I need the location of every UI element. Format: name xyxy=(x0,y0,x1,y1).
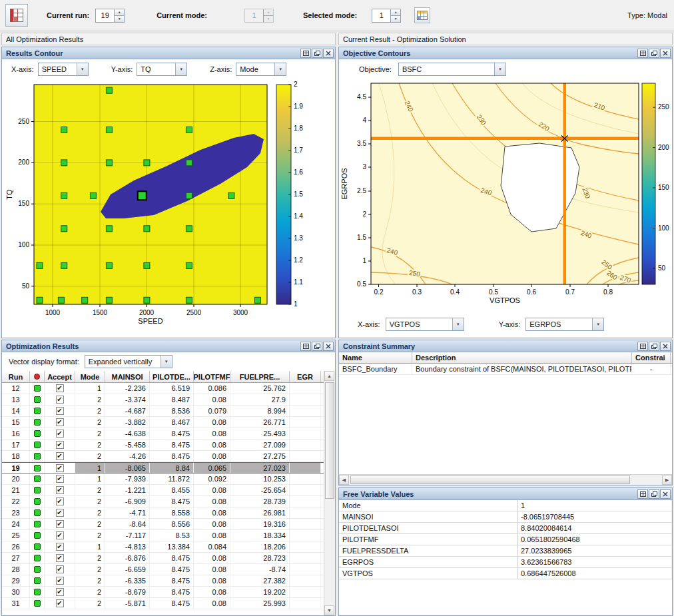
run-marker[interactable] xyxy=(186,297,192,303)
panel-undock-button[interactable] xyxy=(312,49,322,58)
panel-layout-button[interactable] xyxy=(637,49,648,58)
scroll-left-button[interactable]: ◀ xyxy=(339,475,349,485)
accept-checkbox[interactable]: ✔ xyxy=(56,531,64,539)
panel-close-button[interactable] xyxy=(323,49,334,58)
scrollbar-thumb[interactable] xyxy=(325,382,334,499)
column-header-Description[interactable]: Description xyxy=(412,352,632,363)
table-row[interactable]: 12✔1-2.2366.5190.08625.762 xyxy=(2,383,335,394)
run-marker[interactable] xyxy=(37,262,43,268)
run-marker[interactable] xyxy=(186,226,192,232)
accept-checkbox[interactable]: ✔ xyxy=(56,407,64,415)
scroll-up-button[interactable]: ▲ xyxy=(324,371,334,381)
accept-checkbox[interactable]: ✔ xyxy=(56,554,64,562)
run-marker[interactable] xyxy=(186,160,192,166)
table-row[interactable]: 16✔2-4.6388.4750.0825.493 xyxy=(2,428,335,440)
table-row[interactable]: EGRPOS3.62361566783 xyxy=(339,557,672,568)
run-marker[interactable] xyxy=(106,127,112,133)
panel-undock-button[interactable] xyxy=(649,489,659,499)
accept-checkbox[interactable]: ✔ xyxy=(56,486,64,494)
column-header-MAINSOI[interactable]: MAINSOI xyxy=(105,371,150,382)
run-marker[interactable] xyxy=(61,127,67,133)
run-marker[interactable] xyxy=(144,297,150,303)
run-marker[interactable] xyxy=(58,297,64,303)
z-axis-select[interactable]: Mode ▼ xyxy=(236,63,286,76)
run-marker[interactable] xyxy=(82,297,88,303)
run-marker[interactable] xyxy=(186,262,192,268)
table-row[interactable]: 27✔2-6.8768.4750.0828.723 xyxy=(2,553,335,564)
table-icon[interactable] xyxy=(414,7,430,23)
table-row[interactable]: 19✔1-8.0658.840.06527.023 xyxy=(2,462,335,473)
x-axis-select[interactable]: VGTPOS ▼ xyxy=(386,318,464,331)
accept-checkbox[interactable]: ✔ xyxy=(56,396,64,404)
vertical-scrollbar[interactable]: ▲ ▼ xyxy=(324,371,335,615)
panel-close-button[interactable] xyxy=(660,49,671,58)
accept-checkbox[interactable]: ✔ xyxy=(56,565,64,573)
panel-close-button[interactable] xyxy=(660,342,671,351)
table-row[interactable]: MAINSOI-8.06519708445 xyxy=(339,511,672,523)
table-row[interactable]: PILOTDELTASOI8.84020084614 xyxy=(339,523,672,534)
selected-run-marker[interactable] xyxy=(138,191,147,200)
table-row[interactable]: 20✔1-7.93911.8720.09210.253 xyxy=(2,473,335,485)
accept-checkbox[interactable]: ✔ xyxy=(56,418,64,426)
column-header-Run[interactable]: Run xyxy=(2,371,30,382)
app-icon[interactable] xyxy=(5,4,28,27)
accept-checkbox[interactable]: ✔ xyxy=(56,497,64,505)
table-row[interactable]: PILOTFMF0.0651802590468 xyxy=(339,534,672,545)
scrollbar-thumb[interactable] xyxy=(350,475,630,484)
column-header-Constrai[interactable]: Constrai xyxy=(632,352,671,363)
scroll-down-button[interactable]: ▼ xyxy=(324,605,334,615)
accept-checkbox[interactable]: ✔ xyxy=(56,577,64,585)
table-row[interactable]: 26✔1-4.81313.3840.08418.206 xyxy=(2,541,335,553)
panel-undock-button[interactable] xyxy=(649,49,659,58)
table-row[interactable]: 14✔2-4.6878.5360.0798.994 xyxy=(2,406,335,417)
run-marker[interactable] xyxy=(106,262,112,268)
panel-layout-button[interactable] xyxy=(637,489,648,499)
run-marker[interactable] xyxy=(254,297,260,303)
run-marker[interactable] xyxy=(106,297,112,303)
run-marker[interactable] xyxy=(186,192,192,198)
table-row[interactable]: BSFC_BoundaryBoundary constraint of BSFC… xyxy=(339,364,672,375)
table-row[interactable]: 15✔2-3.8828.4670.0826.771 xyxy=(2,417,335,428)
objective-contours-plot[interactable]: 2402302202102402302402502402502602700.20… xyxy=(339,79,672,314)
run-marker[interactable] xyxy=(61,192,67,198)
spin-up-icon[interactable]: ▲ xyxy=(115,9,124,15)
column-header-FUELPRE...[interactable]: FUELPRE... xyxy=(230,371,290,382)
run-marker[interactable] xyxy=(61,226,67,232)
run-marker[interactable] xyxy=(90,192,96,198)
table-row[interactable]: 28✔2-6.6598.4750.08-8.74 xyxy=(2,564,335,575)
run-marker[interactable] xyxy=(37,297,43,303)
accept-checkbox[interactable]: ✔ xyxy=(56,441,64,449)
column-header-PILOTDE...[interactable]: PILOTDE... xyxy=(150,371,194,382)
column-header-Mode[interactable]: Mode xyxy=(75,371,105,382)
run-marker[interactable] xyxy=(61,160,67,166)
accept-checkbox[interactable]: ✔ xyxy=(56,509,64,517)
table-row[interactable]: 17✔2-5.4588.4750.0827.099 xyxy=(2,440,335,451)
table-row[interactable]: 31✔2-5.8718.4750.0825.993 xyxy=(2,598,335,609)
objective-select[interactable]: BSFC ▼ xyxy=(398,63,506,76)
column-header-Accept[interactable]: Accept xyxy=(45,371,75,382)
panel-layout-button[interactable] xyxy=(300,49,311,58)
run-marker[interactable] xyxy=(144,226,150,232)
run-marker[interactable] xyxy=(228,192,234,198)
table-row[interactable]: 13✔2-3.3748.4870.0827.9 xyxy=(2,394,335,406)
table-row[interactable]: VGTPOS0.686447526008 xyxy=(339,568,672,579)
run-marker[interactable] xyxy=(61,262,67,268)
table-row[interactable]: 24✔2-8.648.5560.0819.316 xyxy=(2,519,335,530)
spin-down-icon[interactable]: ▼ xyxy=(115,15,124,22)
selected-mode-spinner[interactable]: 1 ▲▼ xyxy=(372,9,401,23)
column-header-accept-icon[interactable] xyxy=(30,371,45,382)
run-marker[interactable] xyxy=(144,262,150,268)
panel-undock-button[interactable] xyxy=(649,342,659,351)
current-run-value[interactable]: 19 xyxy=(96,9,114,22)
table-row[interactable]: 29✔2-6.3358.4750.0827.382 xyxy=(2,575,335,587)
accept-checkbox[interactable]: ✔ xyxy=(56,599,64,607)
current-run-spinner[interactable]: 19 ▲▼ xyxy=(95,9,125,23)
table-row[interactable]: FUELPRESSDELTA27.0233839965 xyxy=(339,545,672,557)
accept-checkbox[interactable]: ✔ xyxy=(56,475,64,483)
accept-checkbox[interactable]: ✔ xyxy=(56,588,64,596)
horizontal-scrollbar[interactable]: ◀ ▶ xyxy=(339,474,672,485)
results-contour-plot[interactable]: 1000150020002500300050100150200250SPEEDT… xyxy=(2,79,334,335)
run-marker[interactable] xyxy=(144,160,150,166)
panel-undock-button[interactable] xyxy=(312,342,322,351)
panel-close-button[interactable] xyxy=(323,342,334,351)
